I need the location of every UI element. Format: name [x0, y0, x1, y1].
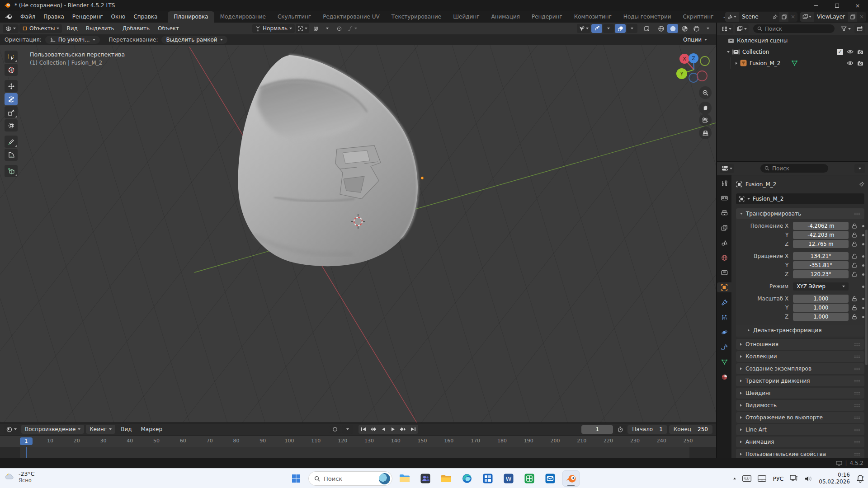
hide-eye-icon[interactable] [847, 49, 854, 54]
outliner-search-input[interactable]: Поиск [753, 24, 835, 33]
blue-grid-app-icon[interactable] [479, 470, 496, 487]
tab-render[interactable] [718, 193, 730, 203]
view-menu[interactable]: Вид [117, 425, 135, 434]
weather-widget[interactable]: -23°C Ясно [5, 470, 34, 483]
shading-rendered-button[interactable] [691, 24, 702, 33]
object-name-field[interactable]: Fusion_M_2 [736, 193, 864, 204]
auto-keying-dropdown[interactable] [342, 425, 353, 434]
value-field[interactable]: 134.21° [793, 252, 849, 260]
jump-to-start-button[interactable] [359, 425, 368, 434]
workspace-tab[interactable]: Текстурирование [386, 11, 447, 23]
properties-search-input[interactable]: Поиск [760, 164, 828, 173]
scene-collection-row[interactable]: Коллекция сцены [717, 35, 868, 46]
use-preview-range-toggle[interactable] [615, 425, 626, 434]
new-collection-button[interactable] [854, 24, 865, 33]
collapsed-section-header[interactable]: Отношения [736, 339, 864, 350]
drag-grip[interactable] [854, 380, 860, 383]
pivot-point-dropdown[interactable] [296, 24, 309, 33]
value-field[interactable]: -351.81° [793, 261, 849, 269]
lock-icon[interactable] [849, 314, 860, 319]
outliner-editor-type[interactable] [720, 24, 733, 33]
shading-dropdown[interactable] [703, 24, 713, 33]
start-button[interactable] [288, 470, 305, 487]
play-reverse-button[interactable] [378, 425, 388, 434]
new-viewlayer-icon[interactable] [848, 12, 857, 22]
volume-icon[interactable] [805, 475, 812, 482]
frame-end-field[interactable]: Конец250 [669, 425, 712, 434]
word-app-icon[interactable]: W [500, 470, 517, 487]
blender-menu-icon[interactable] [5, 14, 13, 19]
workspace-tab[interactable]: Скульптинг [272, 11, 317, 23]
measure-tool[interactable] [5, 149, 18, 161]
tab-tool[interactable] [718, 178, 730, 188]
animate-dot[interactable] [862, 264, 864, 267]
object-row-fusion-m-2[interactable]: Fusion_M_2 [717, 57, 868, 69]
value-field[interactable]: -42.203 m [793, 231, 849, 239]
new-scene-icon[interactable] [779, 12, 788, 22]
clock-widget[interactable]: 0:16 05.02.2026 [819, 472, 850, 485]
current-frame-field[interactable]: 1 [581, 425, 613, 434]
green-app-icon[interactable] [521, 470, 538, 487]
folder-icon[interactable] [438, 470, 455, 487]
animate-dot[interactable] [862, 243, 864, 245]
maximize-button[interactable] [826, 0, 847, 11]
editor-type-selector[interactable] [3, 24, 19, 33]
orientation-dropdown[interactable]: По умолч... [45, 36, 100, 44]
lock-icon[interactable] [849, 241, 860, 247]
touch-keyboard-icon[interactable] [742, 475, 751, 482]
workspace-tab[interactable]: Рендеринг [526, 11, 568, 23]
pin-icon[interactable] [859, 182, 864, 187]
hide-eye-icon[interactable] [847, 61, 854, 66]
lock-icon[interactable] [849, 296, 860, 301]
language-indicator[interactable]: РУС [773, 475, 783, 482]
animate-dot[interactable] [862, 286, 864, 288]
tab-modifiers[interactable] [718, 297, 730, 307]
collapse-chevron-icon[interactable] [736, 62, 737, 65]
viewport-menu[interactable]: Добавить [119, 24, 153, 33]
workspace-tab[interactable]: Ноды геометрии [618, 11, 677, 23]
lock-icon[interactable] [849, 232, 860, 238]
collapsed-section-header[interactable]: Анимация [736, 436, 864, 447]
transform-tool[interactable] [5, 119, 18, 131]
tab-material[interactable] [718, 372, 730, 382]
drag-grip[interactable] [854, 453, 860, 456]
value-field[interactable]: 1.000 [793, 313, 849, 321]
touchpad-icon[interactable] [758, 475, 766, 482]
animate-dot[interactable] [862, 234, 864, 236]
properties-scrollbar[interactable] [865, 230, 868, 365]
drag-grip[interactable] [854, 343, 860, 346]
menubar-item[interactable]: Файл [16, 12, 39, 22]
playhead-line[interactable] [26, 447, 27, 458]
gizmo-dropdown[interactable] [603, 24, 614, 33]
remove-viewlayer-icon[interactable]: × [857, 12, 866, 22]
value-field[interactable]: 120.23° [793, 270, 849, 278]
jump-to-end-button[interactable] [408, 425, 418, 434]
disable-render-camera-icon[interactable] [857, 49, 863, 55]
tab-physics[interactable] [718, 327, 730, 337]
tab-world[interactable] [718, 253, 730, 263]
marker-menu[interactable]: Маркер [137, 425, 166, 434]
edge-icon[interactable] [458, 470, 476, 487]
blue-app-icon[interactable] [542, 470, 559, 487]
cursor-tool[interactable] [5, 64, 18, 76]
workspace-tab[interactable]: Редактирование UV [317, 11, 386, 23]
viewlayer-icon[interactable] [800, 12, 814, 22]
file-explorer-icon[interactable] [396, 470, 413, 487]
value-field[interactable]: 12.765 m [793, 240, 849, 248]
exclude-checkbox[interactable]: ✓ [837, 49, 843, 55]
animate-dot[interactable] [862, 298, 864, 300]
shading-solid-button[interactable] [667, 24, 678, 33]
scale-tool[interactable] [5, 106, 18, 118]
timeline-editor-type[interactable] [4, 425, 19, 434]
play-button[interactable] [388, 425, 398, 434]
workspace-tab[interactable]: Скриптинг [677, 11, 719, 23]
drag-grip[interactable] [854, 212, 860, 216]
pin-icon[interactable] [770, 12, 779, 22]
menubar-item[interactable]: Окно [107, 12, 130, 22]
snap-toggle[interactable] [310, 24, 321, 33]
menubar-item[interactable]: Справка [129, 12, 161, 22]
add-cube-tool[interactable] [5, 165, 18, 177]
close-button[interactable]: × [847, 0, 868, 11]
drag-grip[interactable] [854, 404, 860, 407]
transform-orientation-dropdown[interactable]: Нормаль [252, 24, 295, 33]
